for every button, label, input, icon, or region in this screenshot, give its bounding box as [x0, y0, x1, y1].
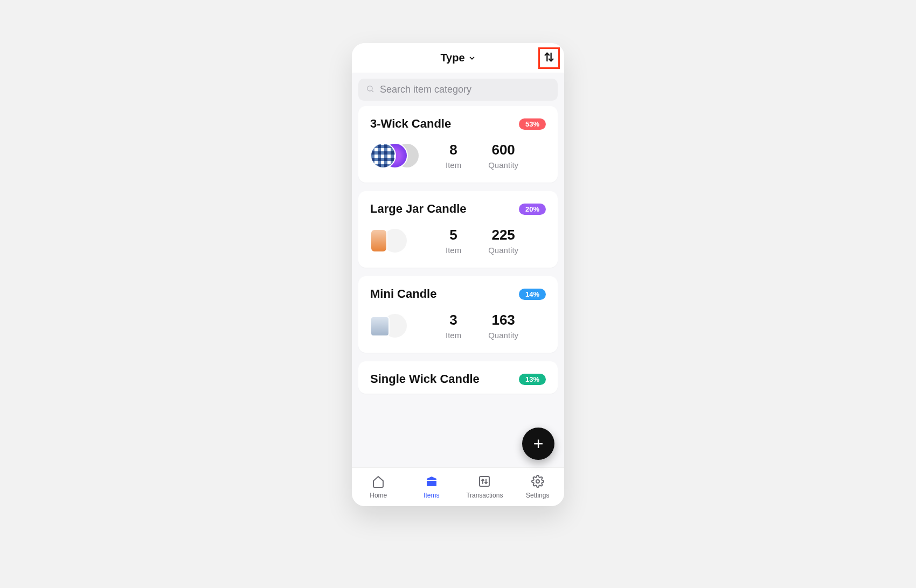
- sort-icon: [543, 51, 555, 65]
- header-title-text: Type: [440, 52, 464, 64]
- item-label: Item: [446, 160, 461, 170]
- quantity-stat: 600 Quantity: [488, 142, 518, 170]
- item-stat: 3 Item: [446, 312, 461, 340]
- category-name: Mini Candle: [370, 287, 436, 301]
- thumbnail-icon: [370, 229, 387, 253]
- category-name: Single Wick Candle: [370, 372, 480, 386]
- category-card[interactable]: Large Jar Candle 20% 5 Item 225 Quantity: [358, 191, 558, 268]
- nav-label: Home: [370, 492, 387, 499]
- category-name: 3-Wick Candle: [370, 117, 451, 131]
- nav-label: Items: [424, 492, 439, 499]
- category-name: Large Jar Candle: [370, 202, 467, 216]
- thumbnail-icon: [370, 143, 396, 169]
- svg-line-1: [372, 90, 373, 92]
- search-icon: [366, 85, 374, 95]
- sort-button[interactable]: [538, 47, 560, 69]
- quantity-count: 225: [488, 227, 518, 243]
- nav-items[interactable]: Items: [410, 475, 453, 499]
- nav-label: Transactions: [466, 492, 503, 499]
- item-count: 8: [446, 142, 461, 158]
- svg-point-0: [367, 86, 372, 90]
- percent-badge: 13%: [519, 374, 546, 385]
- quantity-label: Quantity: [488, 246, 518, 255]
- thumbnail-icon: [370, 316, 390, 337]
- category-card[interactable]: Single Wick Candle 13%: [358, 361, 558, 394]
- quantity-label: Quantity: [488, 160, 518, 170]
- home-icon: [372, 475, 385, 489]
- svg-rect-2: [480, 477, 489, 486]
- item-count: 3: [446, 312, 461, 328]
- search-bar[interactable]: [358, 79, 558, 101]
- quantity-stat: 163 Quantity: [488, 312, 518, 340]
- add-button[interactable]: +: [522, 428, 554, 460]
- thumbnail-stack: [370, 311, 424, 341]
- nav-label: Settings: [526, 492, 549, 499]
- nav-transactions[interactable]: Transactions: [463, 475, 506, 499]
- bottom-nav: Home Items Transactions Settings: [352, 467, 564, 506]
- quantity-count: 600: [488, 142, 518, 158]
- nav-settings[interactable]: Settings: [516, 475, 559, 499]
- transactions-icon: [478, 475, 491, 489]
- header: Type: [352, 43, 564, 73]
- quantity-label: Quantity: [488, 331, 518, 340]
- item-label: Item: [446, 331, 461, 340]
- category-card[interactable]: 3-Wick Candle 53% 8 Item 600 Quantity: [358, 106, 558, 183]
- item-stat: 5 Item: [446, 227, 461, 255]
- percent-badge: 14%: [519, 289, 546, 300]
- search-input[interactable]: [380, 84, 550, 95]
- item-stat: 8 Item: [446, 142, 461, 170]
- percent-badge: 53%: [519, 118, 546, 130]
- category-card[interactable]: Mini Candle 14% 3 Item 163 Quantity: [358, 276, 558, 353]
- item-label: Item: [446, 246, 461, 255]
- thumbnail-stack: [370, 226, 424, 256]
- search-container: [352, 73, 564, 104]
- quantity-stat: 225 Quantity: [488, 227, 518, 255]
- chevron-down-icon: [468, 54, 476, 62]
- filter-type-dropdown[interactable]: Type: [440, 52, 475, 64]
- thumbnail-stack: [370, 141, 424, 171]
- nav-home[interactable]: Home: [357, 475, 400, 499]
- plus-icon: +: [533, 434, 544, 454]
- percent-badge: 20%: [519, 204, 546, 215]
- gear-icon: [531, 475, 544, 489]
- app-frame: Type 3-Wick Candle: [352, 43, 564, 506]
- box-icon: [425, 475, 438, 489]
- quantity-count: 163: [488, 312, 518, 328]
- category-list: 3-Wick Candle 53% 8 Item 600 Quantity: [352, 104, 564, 467]
- svg-point-3: [536, 480, 539, 483]
- item-count: 5: [446, 227, 461, 243]
